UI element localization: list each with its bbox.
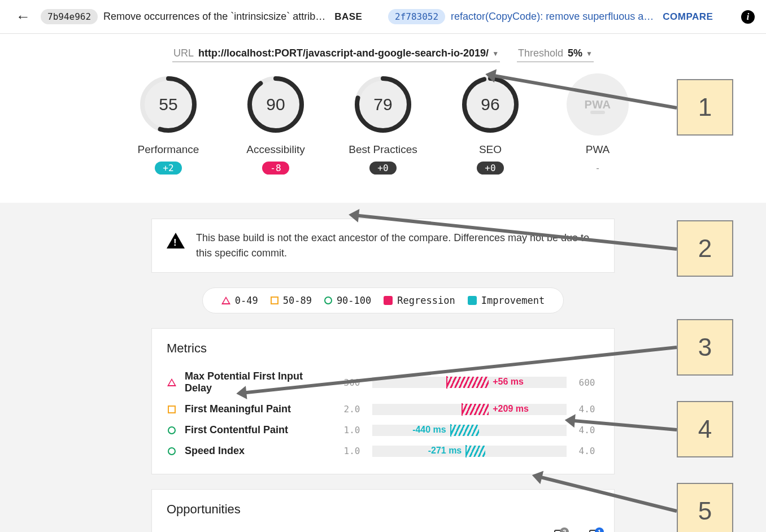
metric-min: 1.0 (340, 425, 364, 435)
score-gauges: 55Performance +2 90Accessibility -8 79Be… (95, 73, 671, 175)
circle-icon (324, 296, 332, 304)
gauge-best-practices[interactable]: 79Best Practices +0 (343, 73, 423, 175)
square-icon (168, 405, 176, 413)
metric-max: 4.0 (574, 404, 599, 415)
gauge-delta: -8 (262, 162, 289, 175)
gauge-seo[interactable]: 96SEO +0 (451, 73, 530, 175)
metrics-panel: Metrics Max Potential First Input Delay … (151, 328, 615, 474)
metric-max: 4.0 (574, 446, 599, 456)
gauge-score: 79 (352, 73, 414, 136)
base-commit-message: Remove occurrences of the `intrinsicsize… (103, 11, 325, 23)
metric-max: 600 (574, 377, 599, 388)
metric-delta: -440 ms (412, 425, 446, 435)
metric-max: 4.0 (574, 425, 599, 435)
gauge-score: 90 (245, 73, 307, 136)
metric-delta: -271 ms (428, 446, 462, 456)
triangle-icon (167, 378, 176, 386)
threshold-label: Threshold (518, 47, 563, 59)
legend-50-89: 50-89 (271, 295, 312, 306)
compare-commit-message: refactor(CopyCode): remove superfluous a… (451, 11, 654, 23)
gauge-label: SEO (479, 143, 502, 156)
chevron-down-icon: ▼ (586, 50, 593, 58)
url-select[interactable]: URL http://localhost:PORT/javascript-and… (172, 45, 500, 62)
circle-icon (168, 426, 176, 434)
metric-name: First Meaningful Paint (185, 403, 332, 415)
gauge-performance[interactable]: 55Performance +2 (129, 73, 208, 175)
base-tag: BASE (331, 11, 362, 23)
info-icon[interactable]: i (741, 10, 755, 24)
gauge-delta: - (587, 162, 608, 175)
threshold-select[interactable]: Threshold 5% ▼ (517, 45, 594, 62)
legend-regression: Regression (384, 295, 455, 306)
metric-bar: +56 ms (372, 377, 567, 388)
base-commit[interactable]: 7b94e962 Remove occurrences of the `intr… (41, 9, 382, 24)
metric-row[interactable]: First Meaningful Paint 2.0 +209 ms 4.0 (167, 399, 599, 420)
metric-min: 1.0 (340, 446, 364, 456)
metric-bar: -440 ms (372, 425, 567, 436)
metric-row[interactable]: Speed Index 1.0 -271 ms 4.0 (167, 441, 599, 461)
gauge-accessibility[interactable]: 90Accessibility -8 (236, 73, 315, 175)
opportunities-panel: Opportunities Eliminate render-blocking … (151, 489, 615, 532)
base-hash: 7b94e962 (41, 9, 98, 24)
metric-delta: +56 ms (493, 377, 524, 387)
gauge-score: 55 (137, 73, 199, 136)
metrics-heading: Metrics (167, 341, 599, 356)
metric-row[interactable]: First Contentful Paint 1.0 -440 ms 4.0 (167, 420, 599, 441)
pwa-gauge: PWA (567, 73, 629, 136)
details-section: This base build is not the exact ancesto… (0, 203, 766, 532)
legend-0-49: 0-49 (221, 295, 258, 306)
metric-delta: +209 ms (493, 404, 529, 414)
metric-bar: -271 ms (372, 446, 567, 457)
content: URL http://localhost:PORT/javascript-and… (95, 34, 671, 203)
url-value: http://localhost:PORT/javascript-and-goo… (198, 47, 489, 59)
callout-4: 4 (677, 401, 733, 457)
metric-name: Speed Index (185, 445, 332, 457)
metric-row[interactable]: Max Potential First Input Delay 300 +56 … (167, 366, 599, 399)
metric-name: First Contentful Paint (185, 424, 332, 436)
back-button[interactable]: ← (11, 6, 35, 28)
score-legend: 0-49 50-89 90-100 Regression Improvement (202, 287, 564, 313)
gauge-label: Performance (138, 143, 199, 156)
ancestor-warning: This base build is not the exact ancesto… (151, 219, 615, 273)
regression-swatch-icon (384, 296, 393, 305)
gauge-delta: +2 (155, 162, 181, 175)
circle-icon (168, 447, 176, 455)
gauge-delta: +0 (369, 162, 396, 175)
compare-tag: COMPARE (659, 11, 713, 23)
url-threshold-row: URL http://localhost:PORT/javascript-and… (95, 45, 671, 62)
metric-bar: +209 ms (372, 404, 567, 415)
triangle-icon (221, 296, 230, 304)
callout-1: 1 (677, 79, 733, 136)
legend-90-100: 90-100 (324, 295, 371, 306)
opportunities-heading: Opportunities (167, 502, 599, 517)
compare-hash: 2f783052 (388, 9, 445, 24)
gauge-score: 96 (459, 73, 521, 136)
gauge-label: Accessibility (246, 143, 304, 156)
opportunity-row[interactable]: Eliminate render-blocking resources 2 → … (167, 527, 599, 532)
gauge-label: PWA (586, 143, 610, 156)
callout-5: 5 (677, 483, 733, 532)
legend-improvement: Improvement (468, 295, 545, 306)
warning-icon (167, 233, 185, 248)
gauge-delta: +0 (477, 162, 503, 175)
compare-commit[interactable]: 2f783052 refactor(CopyCode): remove supe… (388, 9, 730, 24)
square-icon (271, 296, 278, 304)
url-label: URL (173, 47, 194, 59)
improvement-swatch-icon (468, 296, 477, 305)
comparison-header: ← 7b94e962 Remove occurrences of the `in… (0, 0, 766, 34)
callout-3: 3 (677, 319, 733, 376)
threshold-value: 5% (568, 47, 582, 59)
chevron-down-icon: ▼ (492, 50, 499, 58)
callout-2: 2 (677, 220, 733, 277)
gauge-label: Best Practices (349, 143, 417, 156)
metric-min: 2.0 (340, 404, 364, 415)
